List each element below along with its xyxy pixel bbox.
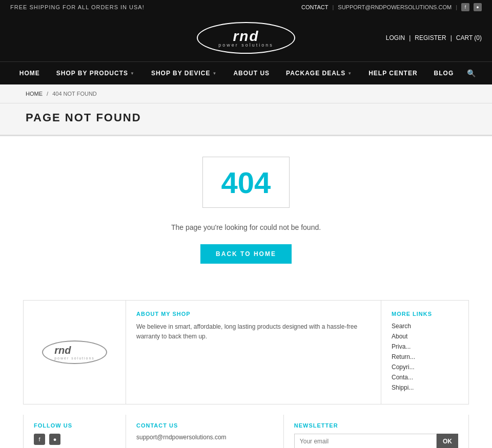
footer-logo: rnd power solutions <box>42 340 107 364</box>
cart-link[interactable]: CART (0) <box>456 34 482 41</box>
footer-about-col: ABOUT MY SHOP We believe in smart, affor… <box>126 301 381 404</box>
nav-shop-products[interactable]: SHOP BY PRODUCTS ▼ <box>48 62 143 84</box>
arrow-icon: ▼ <box>212 71 217 76</box>
logo-sub-text: power solutions <box>218 42 274 48</box>
newsletter-submit-button[interactable]: OK <box>437 434 458 448</box>
list-item: Conta... <box>392 373 458 381</box>
footer-contact-col: CONTACT US support@rndpowersolutions.com <box>126 415 284 448</box>
nav-package[interactable]: PACKAGE DEALS ▼ <box>278 62 360 84</box>
login-link[interactable]: LOGIN <box>386 34 405 41</box>
footer-link-shipping[interactable]: Shippi... <box>392 384 414 391</box>
facebook-icon[interactable]: f <box>461 3 469 11</box>
newsletter-email-input[interactable] <box>294 434 437 448</box>
footer-bottom-row: FOLLOW US f ● CONTACT US support@rndpowe… <box>23 415 469 448</box>
footer-about-title: ABOUT MY SHOP <box>136 311 371 317</box>
footer-logo-sub: power solutions <box>54 356 95 360</box>
footer-link-about[interactable]: About <box>392 333 407 340</box>
breadcrumb-current: 404 NOT FOUND <box>52 91 97 97</box>
footer-instagram-icon[interactable]: ● <box>49 434 60 445</box>
nav-blog[interactable]: BLOG <box>426 62 462 84</box>
footer-link-privacy[interactable]: Priva... <box>392 343 411 350</box>
footer-links-title: MORE LINKS <box>392 311 458 317</box>
breadcrumb-section: HOME / 404 NOT FOUND <box>0 84 492 103</box>
footer-link-copyright[interactable]: Copyri... <box>392 364 415 371</box>
footer-logo-oval: rnd power solutions <box>42 340 107 364</box>
contact-link[interactable]: CONTACT <box>301 4 328 10</box>
arrow-icon: ▼ <box>130 71 135 76</box>
arrow-icon: ▼ <box>347 71 352 76</box>
footer-link-search[interactable]: Search <box>392 323 411 330</box>
list-item: Return... <box>392 353 458 360</box>
page-header: PAGE NOT FOUND <box>0 103 492 136</box>
footer-follow-col: FOLLOW US f ● <box>24 415 126 448</box>
error-box: 404 <box>202 157 290 208</box>
footer-links-list: Search About Priva... Return... Copyri..… <box>392 322 458 391</box>
footer-links-col: MORE LINKS Search About Priva... Return.… <box>381 301 468 404</box>
top-bar: FREE SHIPPING FOR ALL ORDERS IN USA! CON… <box>0 0 492 14</box>
footer-facebook-icon[interactable]: f <box>34 434 45 445</box>
footer-logo-col: rnd power solutions <box>24 301 126 404</box>
newsletter-form: OK <box>294 434 458 448</box>
footer-link-contact[interactable]: Conta... <box>392 374 413 381</box>
breadcrumb: HOME / 404 NOT FOUND <box>26 91 466 97</box>
nav-shop-device[interactable]: SHOP BY DEVICE ▼ <box>143 62 225 84</box>
sep1: | <box>409 34 411 41</box>
register-link[interactable]: REGISTER <box>415 34 446 41</box>
list-item: Priva... <box>392 343 458 350</box>
search-icon[interactable]: 🔍 <box>462 62 481 84</box>
main-content: 404 The page you're looking for could no… <box>0 136 492 290</box>
nav-inner: HOME SHOP BY PRODUCTS ▼ SHOP BY DEVICE ▼… <box>0 62 492 84</box>
social-icons-row: f ● <box>34 434 115 445</box>
main-nav: HOME SHOP BY PRODUCTS ▼ SHOP BY DEVICE ▼… <box>0 61 492 84</box>
instagram-icon[interactable]: ● <box>474 3 482 11</box>
footer-contact-title: CONTACT US <box>136 422 273 429</box>
separator-1: | <box>332 4 334 10</box>
footer-newsletter-title: NEWSLETTER <box>294 422 458 429</box>
nav-about[interactable]: ABOUT US <box>225 62 278 84</box>
site-header: rnd power solutions LOGIN | REGISTER | C… <box>0 14 492 61</box>
list-item: Search <box>392 322 458 330</box>
header-actions: LOGIN | REGISTER | CART (0) <box>386 34 482 41</box>
error-message: The page you're looking for could not be… <box>171 223 321 231</box>
footer-contact-email: support@rndpowersolutions.com <box>136 434 273 441</box>
separator-2: | <box>456 4 457 10</box>
nav-home[interactable]: HOME <box>11 62 48 84</box>
footer-newsletter-col: NEWSLETTER OK <box>284 415 468 448</box>
back-to-home-button[interactable]: BACK TO HOME <box>200 244 292 264</box>
error-code: 404 <box>221 165 271 200</box>
free-shipping-text: FREE SHIPPING FOR ALL ORDERS IN USA! <box>10 4 145 10</box>
top-bar-right: CONTACT | SUPPORT@RNDPOWERSOLUTIONS.COM … <box>301 3 482 11</box>
support-email: SUPPORT@RNDPOWERSOLUTIONS.COM <box>338 4 452 10</box>
footer-about-text: We believe in smart, affordable, long la… <box>136 322 371 342</box>
nav-help[interactable]: HELP CENTER <box>360 62 425 84</box>
footer-logo-text: rnd <box>54 345 95 356</box>
breadcrumb-home[interactable]: HOME <box>26 91 43 97</box>
list-item: Shippi... <box>392 383 458 391</box>
logo[interactable]: rnd power solutions <box>197 22 295 54</box>
breadcrumb-sep: / <box>47 91 48 97</box>
footer-link-returns[interactable]: Return... <box>392 353 415 360</box>
list-item: About <box>392 332 458 340</box>
footer-main: rnd power solutions ABOUT MY SHOP We bel… <box>23 300 469 404</box>
logo-oval: rnd power solutions <box>197 22 295 54</box>
footer-follow-title: FOLLOW US <box>34 422 115 429</box>
sep2: | <box>450 34 452 41</box>
list-item: Copyri... <box>392 363 458 371</box>
page-title: PAGE NOT FOUND <box>26 111 466 124</box>
